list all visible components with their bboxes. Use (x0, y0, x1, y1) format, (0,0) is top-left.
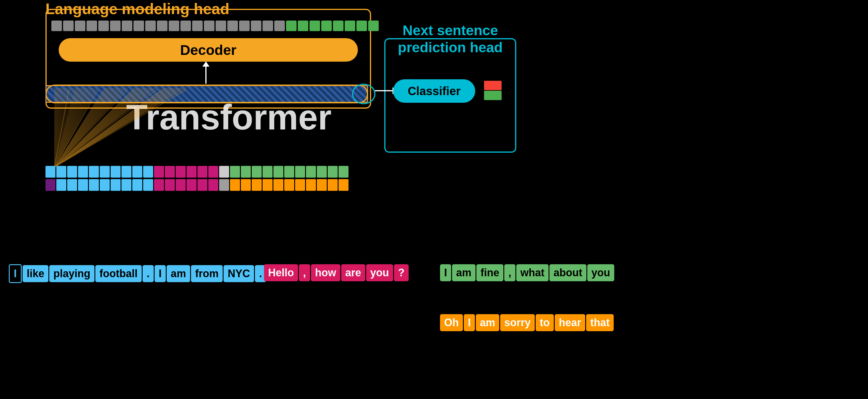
embed-orange (339, 179, 348, 191)
token-playing: playing (49, 265, 94, 282)
token-I2: I (155, 265, 166, 282)
embed-green (339, 166, 348, 178)
embed-green (306, 166, 316, 178)
embed-blue (143, 179, 153, 191)
embed-pink (176, 166, 186, 178)
embed-white (219, 166, 229, 178)
embed-blue (45, 166, 56, 178)
embed-blue (121, 166, 131, 178)
transformer-label: Transformer (126, 97, 332, 137)
embed-gray (219, 179, 229, 191)
token-that: that (586, 314, 614, 331)
embed-orange (284, 179, 294, 191)
token-gray (262, 21, 273, 31)
embed-orange (262, 179, 273, 191)
token-green (286, 21, 297, 31)
embed-green (241, 166, 251, 178)
blue-circle-highlight (352, 84, 375, 104)
sentence1-tokens: I like playing football . I am from NYC … (9, 264, 266, 283)
token-football: football (95, 265, 142, 282)
token-gray (157, 21, 167, 31)
token-you2: you (587, 264, 614, 281)
embed-pink (176, 179, 186, 191)
embed-orange (230, 179, 240, 191)
decoder-box: Decoder (59, 38, 358, 62)
embed-pink (197, 179, 207, 191)
embed-pink (197, 166, 207, 178)
token-what: what (516, 264, 549, 281)
embed-orange (328, 179, 338, 191)
token-gray (204, 21, 214, 31)
indicator-green (484, 91, 502, 100)
token-from: from (191, 265, 223, 282)
embed-blue (100, 166, 110, 178)
token-green (345, 21, 355, 31)
embed-orange (241, 179, 251, 191)
nsp-head-title: Next sentenceprediction head (384, 22, 516, 56)
embed-green (284, 166, 294, 178)
embed-blue (56, 166, 66, 178)
embed-green (262, 166, 273, 178)
token-period1: . (143, 265, 154, 282)
token-about: about (550, 264, 586, 281)
token-question: ? (394, 264, 409, 281)
nsp-indicator (484, 81, 504, 101)
token-green (321, 21, 332, 31)
embed-pink (165, 179, 175, 191)
embed-blue (89, 166, 99, 178)
embed-blue (78, 166, 88, 178)
token-gray (110, 21, 121, 31)
embed-row-2 (45, 179, 348, 191)
embed-green (273, 166, 283, 178)
classifier-button: Classifier (393, 79, 475, 103)
token-Hello: Hello (264, 264, 298, 281)
token-are: are (341, 264, 365, 281)
token-gray (169, 21, 179, 31)
decoder-label: Decoder (180, 42, 237, 58)
embed-blue (111, 166, 121, 178)
token-gray (274, 21, 285, 31)
token-gray (133, 21, 144, 31)
token-to: to (536, 314, 554, 331)
embed-orange (317, 179, 327, 191)
embed-orange (252, 179, 262, 191)
token-output-row (51, 21, 379, 31)
token-gray (239, 21, 250, 31)
arrow-to-classifier (375, 90, 393, 91)
token-NYC: NYC (223, 265, 254, 282)
token-gray (145, 21, 156, 31)
sentence2-tokens: Hello , how are you ? (264, 264, 409, 281)
embed-pink (208, 166, 218, 178)
embed-blue (100, 179, 110, 191)
token-I: I (9, 264, 22, 283)
arrow-encoder-to-decoder (205, 66, 207, 84)
embed-row-1 (45, 166, 348, 178)
token-I4: I (464, 314, 475, 331)
embed-pink (187, 166, 196, 178)
token-am: am (166, 265, 190, 282)
token-green (333, 21, 343, 31)
embed-pink (208, 179, 218, 191)
token-gray (63, 21, 74, 31)
embed-blue (111, 179, 121, 191)
token-gray (75, 21, 85, 31)
embed-orange (306, 179, 316, 191)
token-comma2: , (504, 264, 516, 281)
embed-blue (78, 179, 88, 191)
embed-green (317, 166, 327, 178)
embed-orange (295, 179, 305, 191)
token-gray (192, 21, 203, 31)
embed-blue (132, 166, 142, 178)
token-gray (51, 21, 62, 31)
embed-pink (154, 179, 164, 191)
embed-blue (143, 166, 153, 178)
token-hear: hear (555, 314, 585, 331)
token-you: you (366, 264, 393, 281)
embed-pink (165, 166, 175, 178)
embed-blue (67, 166, 77, 178)
token-gray (180, 21, 191, 31)
token-fine: fine (476, 264, 503, 281)
embed-blue (89, 179, 99, 191)
indicator-red (484, 81, 502, 90)
token-Oh: Oh (440, 314, 463, 331)
